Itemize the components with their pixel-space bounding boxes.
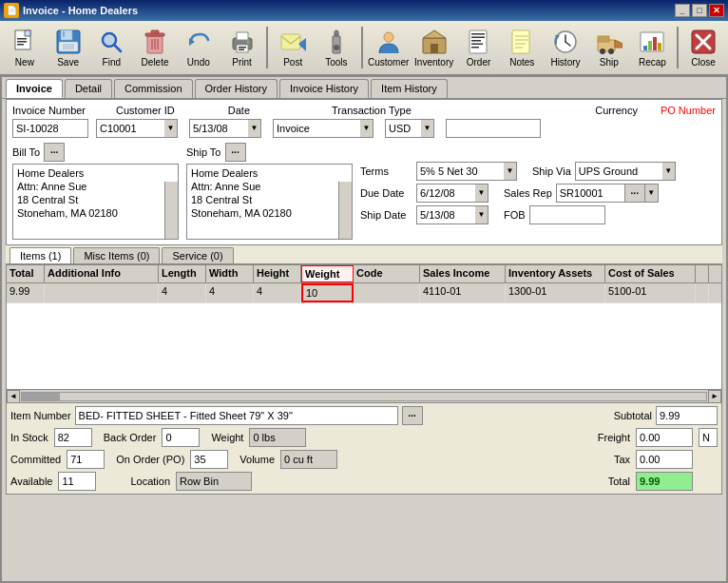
save-icon (55, 29, 82, 55)
recap-button[interactable]: Recap (632, 23, 674, 72)
volume-value (280, 450, 337, 469)
svg-point-53 (608, 49, 614, 54)
ship-date-input[interactable] (416, 205, 475, 224)
fob-label: FOB (504, 209, 526, 221)
col-scroll (696, 265, 709, 282)
save-button[interactable]: Save (48, 23, 89, 72)
svg-rect-22 (239, 47, 246, 49)
currency-dropdown[interactable]: ▼ (421, 119, 434, 138)
minimize-button[interactable]: _ (675, 4, 690, 17)
cell-inventory-assets: 1300-01 (506, 283, 605, 302)
tab-order-history[interactable]: Order History (195, 79, 278, 98)
svg-rect-59 (658, 43, 661, 50)
customer-id-dropdown[interactable]: ▼ (164, 119, 178, 138)
find-button[interactable]: Find (90, 23, 132, 72)
ship-button[interactable]: Ship (588, 23, 630, 72)
sub-tab-items[interactable]: Items (1) (10, 247, 71, 263)
bill-to-scrollbar[interactable] (164, 182, 178, 239)
due-date-input[interactable] (416, 184, 475, 203)
bill-to-button[interactable]: ··· (44, 143, 65, 162)
svg-point-10 (105, 35, 114, 45)
grid-header: Total Additional Info Length Width Heigh… (7, 265, 721, 283)
post-label: Post (283, 57, 302, 68)
toolbar-separator-2 (361, 27, 363, 68)
new-button[interactable]: New (4, 23, 46, 72)
sales-rep-button[interactable]: ··· (624, 184, 645, 203)
horizontal-scrollbar: ◄ ► (6, 390, 722, 403)
due-date-dropdown[interactable]: ▼ (475, 184, 489, 203)
invoice-number-input[interactable] (12, 119, 88, 138)
transaction-type-dropdown[interactable]: ▼ (360, 119, 374, 138)
inventory-button[interactable]: Inventory (412, 23, 456, 72)
scroll-right-button[interactable]: ► (708, 390, 721, 403)
ship-icon (596, 29, 623, 55)
tools-button[interactable]: Tools (316, 23, 357, 72)
location-value (176, 472, 252, 491)
freight-flag[interactable] (699, 428, 718, 447)
print-button[interactable]: Print (221, 23, 263, 72)
customer-icon (375, 29, 402, 55)
h-scrollbar-thumb[interactable] (22, 393, 60, 400)
item-number-input[interactable] (75, 406, 398, 425)
ship-date-dropdown[interactable]: ▼ (475, 205, 489, 224)
undo-icon (185, 29, 212, 55)
notes-button[interactable]: Notes (501, 23, 543, 72)
total-value (636, 472, 693, 491)
po-number-input[interactable] (446, 119, 541, 138)
order-button[interactable]: Order (458, 23, 500, 72)
fob-input[interactable] (529, 205, 605, 224)
currency-input[interactable] (385, 119, 421, 138)
tab-invoice-history[interactable]: Invoice History (279, 79, 369, 98)
item-number-label: Item Number (10, 410, 71, 421)
sub-tab-service[interactable]: Service (0) (162, 247, 233, 263)
ship-via-input[interactable] (575, 162, 662, 181)
history-button[interactable]: History (545, 23, 586, 72)
item-number-button[interactable]: ··· (402, 406, 423, 425)
close-button[interactable]: Close (682, 23, 724, 72)
available-value (58, 472, 96, 491)
undo-label: Undo (187, 57, 210, 68)
ship-to-scrollbar[interactable] (338, 182, 352, 239)
delete-button[interactable]: Delete (134, 23, 176, 72)
undo-button[interactable]: Undo (178, 23, 220, 72)
bill-to-label: Bill To (12, 146, 40, 158)
cell-weight[interactable]: 10 (301, 283, 354, 302)
transaction-type-input[interactable] (273, 119, 360, 138)
sub-tab-misc[interactable]: Misc Items (0) (73, 247, 160, 263)
customer-id-label: Customer ID (116, 105, 175, 116)
svg-point-52 (600, 49, 605, 54)
table-row[interactable]: 9.99 4 4 4 10 4110-01 1300-01 5100-01 (7, 283, 721, 303)
svg-rect-21 (237, 45, 248, 52)
h-scrollbar-track[interactable] (21, 392, 707, 401)
maximize-button[interactable]: □ (692, 4, 707, 17)
tab-commission[interactable]: Commission (114, 79, 193, 98)
ship-label: Ship (600, 57, 619, 68)
post-button[interactable]: Post (272, 23, 314, 72)
customer-id-input[interactable] (96, 119, 164, 138)
date-dropdown[interactable]: ▼ (248, 119, 261, 138)
svg-point-30 (334, 45, 339, 50)
svg-rect-8 (63, 44, 74, 49)
sales-rep-input[interactable] (556, 184, 624, 203)
subtotal-value (656, 406, 718, 425)
customer-button[interactable]: Customer (367, 23, 411, 72)
svg-rect-3 (17, 44, 24, 46)
date-input[interactable] (189, 119, 248, 138)
svg-rect-34 (431, 44, 438, 53)
sales-rep-dropdown[interactable]: ▼ (645, 184, 659, 203)
ship-to-button[interactable]: ··· (225, 143, 246, 162)
notes-icon (508, 29, 535, 55)
terms-input[interactable] (416, 162, 504, 181)
ship-via-dropdown[interactable]: ▼ (662, 162, 676, 181)
bottom-area: Item Number ··· Subtotal In Stock Back O… (6, 403, 722, 495)
terms-dropdown[interactable]: ▼ (504, 162, 517, 181)
scroll-left-button[interactable]: ◄ (7, 390, 20, 403)
tab-invoice[interactable]: Invoice (6, 79, 63, 98)
tab-detail[interactable]: Detail (65, 79, 112, 98)
order-label: Order (467, 57, 491, 68)
close-window-button[interactable]: ✕ (709, 4, 724, 17)
sub-tab-bar: Items (1) Misc Items (0) Service (0) (6, 245, 722, 264)
cell-cost-of-sales: 5100-01 (605, 283, 696, 302)
svg-rect-38 (471, 40, 481, 42)
tab-item-history[interactable]: Item History (371, 79, 448, 98)
